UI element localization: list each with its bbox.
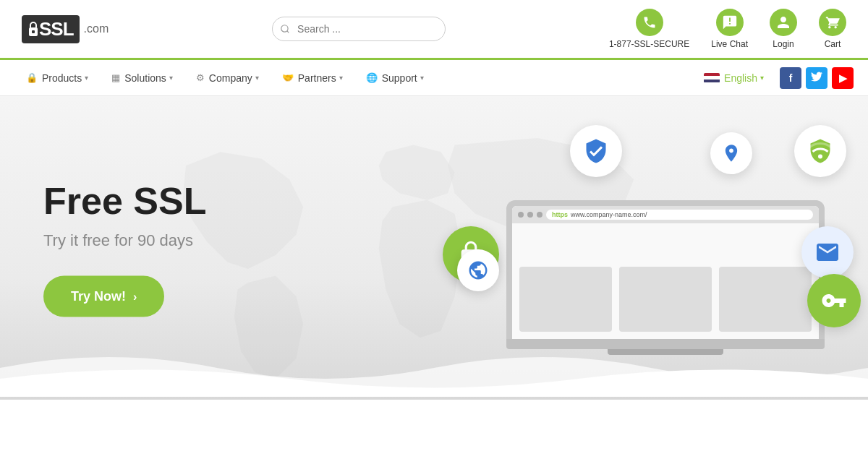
nav-company[interactable]: ⚙ Company ▾	[184, 60, 271, 96]
chat-label: Live Chat	[711, 39, 748, 49]
hero-subtitle: Try it free for 90 days	[43, 231, 206, 250]
partners-arrow: ▾	[339, 74, 343, 82]
support-arrow: ▾	[420, 74, 424, 82]
chat-icon	[716, 9, 744, 36]
logo-lock-icon	[27, 21, 39, 37]
handshake-icon: 🤝	[282, 72, 294, 83]
youtube-icon: ▶	[839, 72, 847, 84]
language-arrow: ▾	[760, 74, 764, 82]
nav-products[interactable]: 🔒 Products ▾	[14, 60, 100, 96]
globe-float-icon	[457, 249, 499, 291]
hero-content: Free SSL Try it free for 90 days Try Now…	[43, 179, 206, 317]
search-input[interactable]	[272, 17, 446, 41]
browser-dot-2	[527, 212, 533, 218]
phone-icon	[636, 9, 663, 36]
grid-icon: ▦	[111, 72, 120, 83]
content-block-2	[619, 267, 712, 332]
laptop-screen-inner: https www.company-name.com/	[512, 206, 819, 339]
laptop-screen-outer: https www.company-name.com/	[506, 200, 825, 339]
hero-wave	[0, 339, 868, 400]
browser-url: https www.company-name.com/	[546, 210, 813, 220]
company-arrow: ▾	[255, 74, 259, 82]
key-float-icon	[807, 274, 861, 327]
solutions-arrow: ▾	[169, 74, 173, 82]
main-nav: 🔒 Products ▾ ▦ Solutions ▾ ⚙ Company ▾ 🤝…	[0, 60, 868, 96]
us-flag-icon	[704, 73, 720, 83]
wifi-shield-float-icon	[794, 125, 846, 177]
logo-link[interactable]: SSL .com	[22, 15, 109, 43]
twitter-icon	[811, 72, 822, 84]
login-label: Login	[773, 39, 793, 49]
logo-com-text: .com	[84, 22, 109, 35]
hero-section: Free SSL Try it free for 90 days Try Now…	[0, 96, 868, 400]
facebook-button[interactable]: f	[780, 67, 801, 89]
content-block-3	[719, 267, 812, 332]
logo-box: SSL	[22, 15, 80, 43]
language-selector[interactable]: English ▾	[695, 72, 773, 84]
globe-icon: 🌐	[366, 72, 378, 83]
svg-rect-1	[32, 30, 35, 33]
nav-solutions[interactable]: ▦ Solutions ▾	[100, 60, 184, 96]
hero-title: Free SSL	[43, 179, 206, 223]
login-icon	[770, 9, 797, 36]
youtube-button[interactable]: ▶	[832, 67, 854, 89]
cart-label: Cart	[825, 39, 841, 49]
content-block-1	[519, 267, 612, 332]
cart-action[interactable]: Cart	[819, 9, 846, 49]
browser-dot-3	[537, 212, 542, 218]
url-https: https	[552, 211, 568, 218]
language-label: English	[724, 72, 757, 84]
nav-partners[interactable]: 🤝 Partners ▾	[271, 60, 354, 96]
lock-nav-icon: 🔒	[26, 72, 38, 83]
try-now-button[interactable]: Try Now! ›	[43, 276, 164, 317]
cart-icon	[819, 9, 846, 36]
twitter-button[interactable]	[806, 67, 827, 89]
nav-support-label: Support	[382, 72, 417, 84]
facebook-icon: f	[789, 72, 793, 84]
products-arrow: ▾	[85, 74, 88, 82]
nav-company-label: Company	[209, 72, 252, 84]
try-now-label: Try Now!	[71, 289, 126, 304]
phone-action[interactable]: 1-877-SSL-SECURE	[609, 9, 689, 49]
nav-support[interactable]: 🌐 Support ▾	[354, 60, 435, 96]
chat-action[interactable]: Live Chat	[711, 9, 748, 49]
browser-bar: https www.company-name.com/	[512, 206, 819, 223]
header-actions: 1-877-SSL-SECURE Live Chat Login	[609, 9, 846, 49]
location-float-icon	[710, 132, 752, 174]
url-text: www.company-name.com/	[571, 211, 647, 218]
browser-dot-1	[518, 212, 524, 218]
browser-content	[512, 223, 819, 339]
nav-products-label: Products	[42, 72, 82, 84]
site-header: SSL .com 1-877-SSL-SECURE Live Chat	[0, 0, 868, 60]
search-container	[272, 17, 446, 41]
login-action[interactable]: Login	[770, 9, 797, 49]
social-links: f ▶	[780, 67, 854, 89]
laptop-illustration: https www.company-name.com/	[506, 200, 825, 349]
nav-solutions-label: Solutions	[124, 72, 166, 84]
gear-icon: ⚙	[196, 72, 205, 83]
logo-ssl-text: SSL	[39, 18, 74, 40]
svg-point-2	[818, 155, 822, 159]
phone-label: 1-877-SSL-SECURE	[609, 39, 689, 49]
chevron-right-icon: ›	[133, 290, 137, 303]
nav-partners-label: Partners	[298, 72, 336, 84]
email-float-icon	[801, 226, 854, 278]
shield-float-icon	[570, 125, 622, 177]
